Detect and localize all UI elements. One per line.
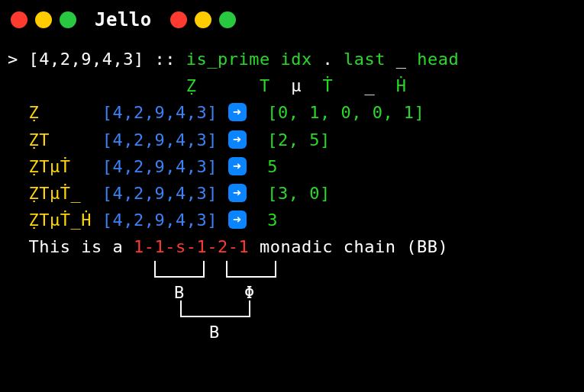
fn-head: head	[417, 50, 459, 69]
minimize-dot[interactable]	[35, 11, 52, 28]
row-output: 3	[267, 210, 278, 230]
close-dot[interactable]	[11, 11, 27, 28]
row-code: ẒTµṪ	[29, 157, 71, 176]
row-output: [0, 1, 0, 0, 1]	[267, 103, 424, 122]
footer-prefix: This is a	[8, 237, 134, 256]
row-input: [4,2,9,4,3]	[102, 103, 218, 122]
row-4: ẒTµṪ_Ḣ [4,2,9,4,3] ➜ 3	[8, 207, 576, 233]
bracket-diagram: B Φ B	[154, 261, 576, 345]
hdr-us: _	[364, 76, 375, 95]
row-3: ẒTµṪ_ [4,2,9,4,3] ➜ [3, 0]	[8, 180, 576, 207]
row-output: [3, 0]	[267, 184, 330, 203]
row-code: ẒTµṪ_Ḣ	[29, 210, 92, 230]
hdr-mu: µ	[291, 76, 302, 95]
prompt-sep: ::	[144, 50, 186, 69]
prompt-dot: .	[312, 50, 344, 69]
prompt-line: > [4,2,9,4,3] :: is_prime idx . last _ h…	[8, 46, 576, 72]
fn-idx: idx	[280, 50, 311, 69]
prompt-marker: >	[8, 50, 29, 69]
row-input: [4,2,9,4,3]	[102, 210, 218, 230]
row-input: [4,2,9,4,3]	[102, 130, 218, 149]
hdr-z: Ẓ	[186, 76, 197, 95]
fn-last: last	[344, 50, 386, 69]
arrow-icon: ➜	[228, 157, 247, 175]
header-line: Ẓ T µ Ṫ _ Ḣ	[8, 72, 576, 99]
indicator-green	[219, 11, 236, 28]
footer-suffix: monadic chain (BB)	[249, 237, 448, 256]
indicator-red	[170, 11, 187, 28]
arrow-icon: ➜	[228, 103, 247, 121]
row-code: ẒTµṪ_	[29, 184, 82, 203]
terminal-content: > [4,2,9,4,3] :: is_prime idx . last _ h…	[0, 35, 584, 345]
footer-line: This is a 1-1-s-1-2-1 monadic chain (BB)	[8, 233, 576, 260]
row-1: ẒT [4,2,9,4,3] ➜ [2, 5]	[8, 127, 576, 153]
row-output: [2, 5]	[267, 130, 330, 149]
row-input: [4,2,9,4,3]	[102, 184, 218, 203]
arrow-icon: ➜	[228, 130, 247, 149]
row-input: [4,2,9,4,3]	[102, 157, 218, 176]
row-code: Ẓ	[29, 103, 40, 122]
window-title: Jello	[95, 9, 152, 31]
bracket-b1	[154, 261, 205, 278]
hdr-t: T	[260, 76, 270, 95]
bracket-b2	[180, 300, 250, 317]
row-output: 5	[267, 157, 278, 176]
prompt-input: [4,2,9,4,3]	[29, 50, 144, 69]
row-2: ẒTµṪ [4,2,9,4,3] ➜ 5	[8, 153, 576, 180]
row-0: Ẓ [4,2,9,4,3] ➜ [0, 1, 0, 0, 1]	[8, 99, 576, 126]
fn-isprime: is_prime	[186, 50, 270, 69]
bracket-phi	[226, 261, 276, 278]
arrow-icon: ➜	[228, 184, 247, 202]
prompt-us: _	[386, 50, 417, 69]
zoom-dot[interactable]	[60, 11, 76, 28]
indicator-yellow	[195, 11, 211, 28]
row-code: ẒT	[29, 130, 50, 149]
label-b2: B	[209, 319, 220, 345]
arrow-icon: ➜	[228, 210, 247, 229]
titlebar: Jello	[0, 0, 584, 35]
hdr-tdot: Ṫ	[322, 76, 333, 95]
hdr-hdot: Ḣ	[396, 76, 407, 95]
footer-pattern: 1-1-s-1-2-1	[134, 237, 249, 256]
